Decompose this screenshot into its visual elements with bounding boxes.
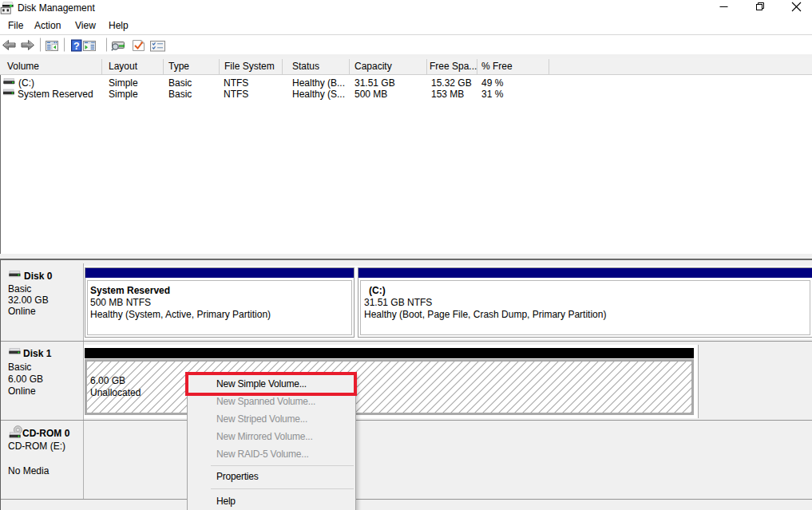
- svg-text:?: ?: [73, 41, 80, 52]
